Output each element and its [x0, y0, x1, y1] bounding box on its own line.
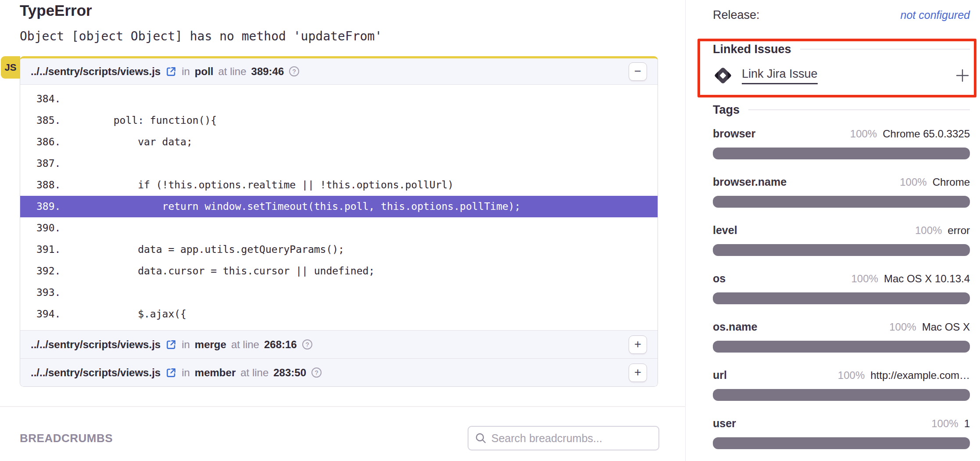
- tag-row-os: os 100% Mac OS X 10.13.4: [713, 272, 970, 304]
- expand-frame-button[interactable]: +: [629, 335, 647, 354]
- frame-lineno: 389:46: [251, 65, 284, 78]
- main-column: TypeError Object [object Object] has no …: [0, 0, 686, 461]
- help-icon[interactable]: ?: [311, 367, 322, 378]
- code-line: 385. poll: function(){: [20, 110, 658, 131]
- expand-frame-button[interactable]: +: [629, 364, 647, 382]
- tag-percent: 100%: [850, 128, 877, 140]
- code-line: 386. var data;: [20, 131, 658, 153]
- code-line: 390.: [20, 217, 658, 239]
- tag-value: Chrome 65.0.3325: [883, 128, 970, 140]
- tag-value: http://example.com…: [870, 369, 970, 382]
- frame-filename: ../../sentry/scripts/views.js: [31, 367, 161, 379]
- breadcrumbs-title: BREADCRUMBS: [20, 432, 113, 445]
- tag-distribution-bar: [713, 341, 970, 353]
- frame-function: member: [195, 367, 236, 379]
- code-line: 392. data.cursor = this.cursor || undefi…: [20, 260, 658, 282]
- linked-issues-heading: Linked Issues: [713, 41, 970, 57]
- external-link-icon[interactable]: [165, 66, 177, 77]
- stack-frame-collapsed-merge[interactable]: ../../sentry/scripts/views.js in merge a…: [20, 330, 658, 358]
- code-line: 384.: [20, 88, 658, 110]
- tag-row-level: level 100% error: [713, 224, 970, 256]
- error-message: Object [object Object] has no method 'up…: [20, 29, 382, 43]
- code-line-highlighted: 389. return window.setTimeout(this.poll,…: [20, 196, 658, 217]
- code-line: 391. data = app.utils.getQueryParams();: [20, 239, 658, 260]
- svg-text:?: ?: [315, 369, 318, 376]
- collapse-frame-button[interactable]: −: [629, 62, 647, 81]
- link-jira-issue-link[interactable]: Link Jira Issue: [742, 67, 818, 84]
- stack-frame-header[interactable]: ../../sentry/scripts/views.js in poll at…: [20, 58, 658, 85]
- tag-percent: 100%: [915, 224, 942, 237]
- platform-badge-js: JS: [1, 56, 20, 79]
- search-breadcrumbs-input[interactable]: [491, 432, 652, 445]
- svg-text:?: ?: [305, 341, 309, 348]
- tag-row-os-name: os.name 100% Mac OS X: [713, 321, 970, 353]
- breadcrumbs-search[interactable]: [468, 426, 659, 450]
- tag-distribution-bar: [713, 437, 970, 449]
- section-divider: [0, 406, 686, 407]
- tags-heading: Tags: [713, 102, 970, 118]
- tag-row-browser: browser 100% Chrome 65.0.3325: [713, 127, 970, 159]
- tag-row-browser-name: browser.name 100% Chrome: [713, 176, 970, 208]
- frame-lineno: 283:50: [273, 367, 306, 379]
- search-icon: [475, 432, 487, 444]
- code-line: 394. $.ajax({: [20, 303, 658, 325]
- tag-percent: 100%: [838, 369, 865, 382]
- tag-percent: 100%: [889, 321, 916, 333]
- frame-filename: ../../sentry/scripts/views.js: [31, 65, 161, 78]
- linked-issues-row: Link Jira Issue: [713, 63, 970, 88]
- add-linked-issue-icon[interactable]: [955, 68, 970, 83]
- jira-icon: [713, 65, 733, 86]
- tag-row-user: user 100% 1: [713, 417, 970, 449]
- tag-value: Mac OS X: [922, 321, 970, 333]
- breadcrumbs-header: BREADCRUMBS: [20, 426, 659, 450]
- frame-atline-label: at line: [218, 65, 247, 78]
- tag-percent: 100%: [900, 176, 926, 188]
- tag-key-link[interactable]: os.name: [713, 321, 757, 333]
- stack-frame-collapsed-member[interactable]: ../../sentry/scripts/views.js in member …: [20, 358, 658, 386]
- sidebar: Release: not configured Linked Issues Li…: [686, 0, 980, 461]
- tag-distribution-bar: [713, 292, 970, 304]
- code-context: 384. 385. poll: function(){ 386. var dat…: [20, 85, 658, 330]
- release-not-configured-link[interactable]: not configured: [901, 9, 970, 22]
- code-line: 393.: [20, 282, 658, 303]
- tag-value: Mac OS X 10.13.4: [884, 273, 970, 285]
- frame-function: merge: [195, 339, 226, 351]
- frame-filename: ../../sentry/scripts/views.js: [31, 339, 161, 351]
- tag-value: error: [948, 224, 970, 237]
- tag-row-url: url 100% http://example.com…: [713, 369, 970, 401]
- tag-key-link[interactable]: url: [713, 369, 727, 382]
- tag-distribution-bar: [713, 389, 970, 401]
- tag-key-link[interactable]: user: [713, 417, 736, 430]
- tag-key-link[interactable]: browser.name: [713, 176, 787, 188]
- frame-lineno: 268:16: [264, 339, 297, 351]
- stack-trace-box: JS ../../sentry/scripts/views.js in poll…: [20, 56, 658, 387]
- frame-function: poll: [195, 65, 214, 78]
- tag-key-link[interactable]: level: [713, 224, 737, 237]
- tag-distribution-bar: [713, 244, 970, 256]
- page-title: TypeError: [20, 2, 92, 19]
- tag-percent: 100%: [851, 273, 878, 285]
- tag-value: 1: [964, 418, 970, 430]
- svg-text:?: ?: [293, 68, 296, 75]
- release-row: Release: not configured: [713, 6, 970, 24]
- code-line: 387.: [20, 153, 658, 174]
- tag-distribution-bar: [713, 196, 970, 208]
- help-icon[interactable]: ?: [302, 339, 313, 350]
- heading-rule: [748, 109, 970, 110]
- tag-key-link[interactable]: os: [713, 272, 726, 285]
- tag-percent: 100%: [931, 418, 958, 430]
- help-icon[interactable]: ?: [289, 66, 300, 77]
- tag-key-link[interactable]: browser: [713, 127, 755, 140]
- external-link-icon[interactable]: [165, 367, 177, 378]
- external-link-icon[interactable]: [165, 339, 177, 350]
- tag-distribution-bar: [713, 148, 970, 159]
- tag-value: Chrome: [933, 176, 970, 188]
- heading-rule: [800, 49, 970, 50]
- frame-in-label: in: [182, 65, 190, 78]
- release-label: Release:: [713, 8, 760, 22]
- code-line: 388. if (!this.options.realtime || !this…: [20, 174, 658, 196]
